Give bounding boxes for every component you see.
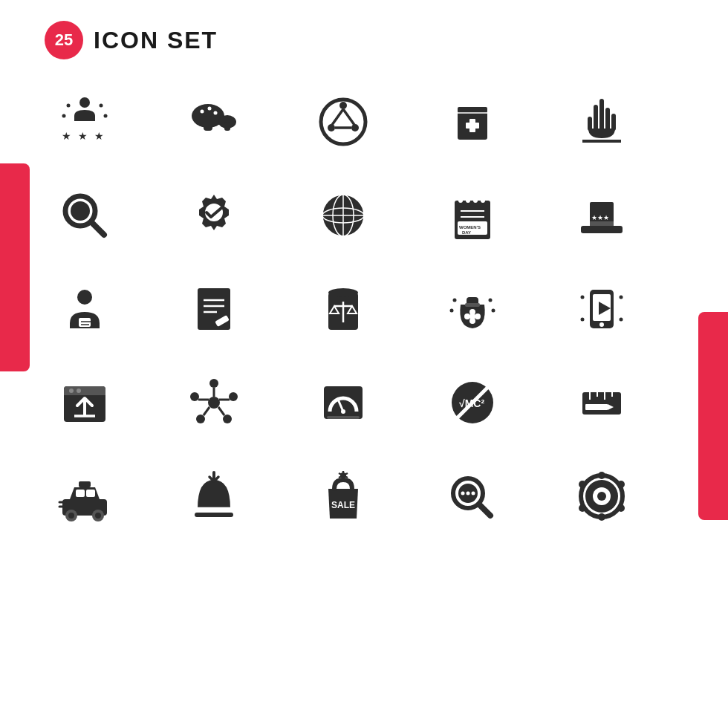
svg-point-94: [223, 415, 232, 423]
svg-rect-23: [458, 107, 487, 113]
icon-settings-gear-round: [562, 456, 642, 536]
svg-point-137: [461, 492, 465, 495]
svg-line-136: [479, 504, 490, 516]
svg-point-39: [458, 198, 463, 203]
decoration-left: [0, 163, 30, 371]
svg-point-40: [466, 198, 470, 203]
svg-point-71: [469, 318, 475, 324]
svg-rect-9: [204, 116, 212, 131]
icon-settings-check: [174, 175, 254, 256]
svg-point-5: [100, 104, 103, 108]
icon-employee-rating: ★ ★ ★: [45, 82, 125, 162]
icon-hand-raise: [562, 82, 642, 162]
svg-point-13: [208, 107, 212, 111]
svg-point-72: [453, 299, 457, 302]
svg-point-74: [450, 309, 454, 313]
icon-top-hat: ★★★: [562, 175, 642, 256]
svg-point-16: [339, 102, 347, 109]
svg-point-120: [68, 513, 74, 519]
icon-search-options: [432, 456, 513, 536]
icon-gauge-meter: [303, 363, 383, 443]
svg-point-69: [475, 313, 481, 319]
icon-womens-day: WOMEN'S DAY: [432, 175, 513, 256]
icon-share-circle: [303, 82, 383, 162]
svg-point-91: [208, 397, 220, 409]
svg-rect-117: [76, 490, 85, 497]
svg-rect-105: [327, 416, 360, 419]
svg-point-4: [67, 104, 71, 108]
icon-taxi-car: [45, 456, 125, 536]
svg-point-42: [481, 198, 485, 203]
svg-text:★: ★: [94, 130, 104, 142]
svg-point-79: [581, 296, 585, 299]
svg-point-142: [598, 472, 605, 479]
svg-point-104: [341, 409, 345, 414]
header: 25 ICON SET: [45, 21, 218, 59]
icon-ruler-pencil: [562, 363, 642, 443]
svg-point-139: [472, 492, 475, 495]
svg-point-88: [77, 389, 81, 393]
svg-rect-126: [195, 513, 233, 517]
svg-point-145: [598, 513, 605, 521]
svg-point-29: [71, 201, 90, 221]
svg-point-18: [351, 124, 359, 131]
svg-point-14: [214, 111, 218, 115]
svg-point-144: [617, 504, 625, 512]
icon-employee-badge: [45, 269, 125, 349]
svg-text:WOMEN'S: WOMEN'S: [459, 225, 481, 230]
svg-line-19: [332, 109, 343, 125]
icon-sale-bag: SALE: [303, 456, 383, 536]
decoration-right: [698, 312, 728, 520]
svg-point-75: [492, 309, 495, 313]
page-title: ICON SET: [94, 27, 218, 54]
svg-point-82: [620, 318, 623, 322]
svg-point-17: [328, 124, 335, 131]
svg-line-99: [218, 407, 224, 415]
svg-point-138: [467, 492, 470, 495]
icon-browser-upload: [45, 363, 125, 443]
icon-mushroom: [174, 82, 254, 162]
svg-point-122: [95, 513, 101, 519]
svg-point-41: [473, 198, 478, 203]
svg-text:√MC²: √MC²: [459, 397, 484, 409]
svg-rect-123: [79, 481, 91, 487]
svg-text:SALE: SALE: [331, 500, 355, 510]
icon-service-bell: [174, 456, 254, 536]
icon-mobile-play: [562, 269, 642, 349]
svg-point-80: [620, 296, 623, 299]
svg-point-73: [489, 299, 493, 302]
svg-point-95: [196, 415, 205, 423]
icons-grid: ★ ★ ★: [45, 82, 683, 536]
svg-point-52: [77, 290, 92, 305]
svg-rect-50: [590, 221, 614, 226]
svg-point-0: [79, 97, 90, 108]
svg-point-143: [617, 481, 625, 488]
svg-text:DAY: DAY: [462, 230, 471, 235]
svg-point-6: [62, 114, 66, 118]
svg-point-7: [104, 114, 108, 118]
svg-rect-26: [466, 123, 479, 129]
svg-point-147: [579, 481, 586, 488]
svg-line-20: [343, 109, 354, 125]
svg-point-92: [209, 379, 218, 388]
svg-point-87: [69, 389, 74, 393]
icon-count-badge: 25: [45, 21, 83, 59]
icon-law-scroll: [303, 269, 383, 349]
svg-line-100: [204, 407, 209, 415]
svg-rect-53: [79, 318, 91, 327]
icon-math-formula: √MC²: [432, 363, 513, 443]
svg-rect-118: [86, 490, 95, 497]
svg-text:★: ★: [62, 130, 71, 142]
icon-medical-box: [432, 82, 513, 162]
icon-lucky-bag: [432, 269, 513, 349]
svg-point-68: [464, 313, 470, 319]
svg-rect-56: [198, 288, 230, 330]
svg-text:★: ★: [78, 130, 88, 142]
svg-rect-114: [585, 404, 608, 410]
svg-point-96: [190, 392, 199, 401]
svg-text:★★★: ★★★: [591, 214, 609, 221]
svg-point-12: [201, 110, 204, 114]
icon-network-nodes: [174, 363, 254, 443]
icon-globe: [303, 175, 383, 256]
svg-rect-102: [324, 386, 363, 419]
